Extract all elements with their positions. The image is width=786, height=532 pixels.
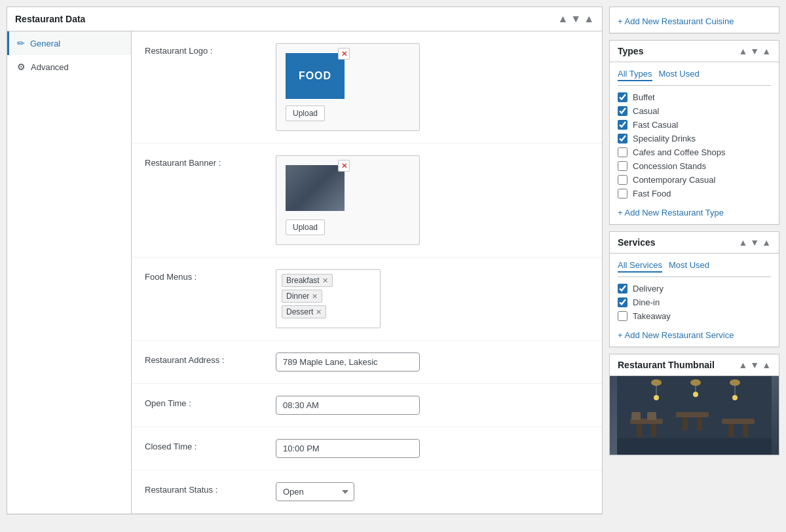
types-down-btn[interactable]: ▼: [750, 46, 759, 56]
gear-icon: ⚙: [17, 62, 26, 72]
svg-rect-13: [676, 412, 709, 417]
types-widget-body: All Types Most Used Buffet Casual: [610, 62, 779, 224]
thumbnail-down-btn[interactable]: ▼: [750, 360, 759, 370]
wrench-icon: ✏: [17, 38, 25, 48]
logo-upload-btn[interactable]: Upload: [286, 105, 325, 121]
banner-image-box: ✕ Upload: [276, 155, 420, 245]
tag-dessert-label: Dessert: [286, 307, 313, 316]
type-concession-checkbox[interactable]: [618, 161, 627, 171]
thumbnail-svg: [617, 376, 772, 455]
food-menus-tag-box[interactable]: Breakfast ✕ Dinner ✕ Dessert ✕: [276, 269, 381, 328]
sidebar-general-label: General: [30, 39, 60, 48]
closed-time-input[interactable]: [276, 439, 420, 458]
type-fast-food-label: Fast Food: [633, 189, 671, 199]
type-fast-casual[interactable]: Fast Casual: [618, 120, 771, 130]
service-delivery-checkbox[interactable]: [618, 284, 627, 294]
food-menus-field: Breakfast ✕ Dinner ✕ Dessert ✕: [276, 269, 589, 328]
tag-dinner-remove[interactable]: ✕: [312, 292, 318, 301]
types-toggle-btn[interactable]: ▲: [762, 46, 771, 56]
type-concession-label: Concession Stands: [633, 161, 706, 171]
service-takeaway-checkbox[interactable]: [618, 311, 627, 321]
address-field: [276, 352, 589, 371]
tag-dinner-label: Dinner: [286, 292, 309, 301]
logo-remove-btn[interactable]: ✕: [338, 48, 350, 60]
services-tab-most-used[interactable]: Most Used: [669, 260, 709, 273]
banner-remove-btn[interactable]: ✕: [338, 160, 350, 172]
type-casual[interactable]: Casual: [618, 106, 771, 116]
type-contemporary-label: Contemporary Casual: [633, 175, 715, 185]
types-tab-all[interactable]: All Types: [618, 69, 652, 81]
sidebar-item-general[interactable]: ✏ General: [7, 31, 131, 55]
service-dine-in-checkbox[interactable]: [618, 297, 627, 307]
food-menus-label: Food Menus :: [145, 269, 276, 282]
open-time-input[interactable]: [276, 396, 420, 415]
add-service-link[interactable]: + Add New Restaurant Service: [618, 330, 734, 340]
sidebar-item-advanced[interactable]: ⚙ Advanced: [7, 55, 131, 79]
type-casual-checkbox[interactable]: [618, 106, 627, 116]
logo-image-box: FOOD ✕ Upload: [276, 43, 420, 131]
thumbnail-widget-body: [610, 376, 779, 455]
tag-breakfast-remove[interactable]: ✕: [322, 276, 328, 285]
type-cafes[interactable]: Cafes and Coffee Shops: [618, 147, 771, 157]
address-label: Restaurant Address :: [145, 352, 276, 365]
address-input[interactable]: [276, 352, 420, 371]
services-down-btn[interactable]: ▼: [750, 237, 759, 248]
open-time-field: [276, 396, 589, 415]
type-contemporary[interactable]: Contemporary Casual: [618, 175, 771, 185]
type-contemporary-checkbox[interactable]: [618, 175, 627, 185]
type-buffet-label: Buffet: [633, 92, 655, 102]
service-delivery[interactable]: Delivery: [618, 284, 771, 294]
status-select[interactable]: Open Closed Temporarily Closed: [276, 482, 354, 501]
svg-rect-18: [743, 424, 748, 437]
type-buffet-checkbox[interactable]: [618, 92, 627, 102]
logo-row: Restaurant Logo : FOOD ✕ Uplo: [132, 31, 602, 143]
banner-upload-btn[interactable]: Upload: [286, 219, 325, 235]
svg-rect-14: [683, 417, 688, 430]
types-checkboxes: Buffet Casual Fast Casual Specialit: [618, 92, 771, 199]
tag-dessert-remove[interactable]: ✕: [316, 308, 322, 316]
add-cuisine-link[interactable]: + Add New Restaurant Cuisine: [618, 16, 734, 26]
add-type-link[interactable]: + Add New Restaurant Type: [618, 208, 724, 218]
food-label: FOOD: [299, 70, 331, 82]
thumbnail-toggle-btn[interactable]: ▲: [762, 360, 771, 370]
svg-rect-19: [631, 412, 641, 420]
types-widget-title: Types: [618, 46, 643, 56]
types-up-btn[interactable]: ▲: [738, 46, 747, 56]
type-speciality-drinks[interactable]: Speciality Drinks: [618, 134, 771, 143]
svg-point-5: [654, 395, 659, 400]
open-time-row: Open Time :: [132, 384, 602, 427]
right-panel: + Add New Restaurant Cuisine Types ▲ ▼ ▲…: [609, 7, 779, 525]
svg-rect-17: [728, 424, 734, 437]
type-concession[interactable]: Concession Stands: [618, 161, 771, 171]
services-up-btn[interactable]: ▲: [738, 237, 747, 248]
thumbnail-up-btn[interactable]: ▲: [738, 360, 747, 370]
type-speciality-drinks-checkbox[interactable]: [618, 134, 627, 143]
types-widget: Types ▲ ▼ ▲ All Types Most Used Buffet: [609, 40, 779, 225]
service-dine-in[interactable]: Dine-in: [618, 297, 771, 307]
metabox-down-btn[interactable]: ▼: [571, 14, 581, 24]
banner-field: ✕ Upload: [276, 155, 589, 245]
form-area: Restaurant Logo : FOOD ✕ Uplo: [132, 31, 602, 514]
type-fast-casual-checkbox[interactable]: [618, 120, 627, 130]
tag-breakfast-label: Breakfast: [286, 276, 320, 285]
svg-rect-11: [637, 424, 642, 437]
type-cafes-checkbox[interactable]: [618, 147, 627, 157]
types-tab-most-used[interactable]: Most Used: [659, 69, 700, 81]
service-takeaway-label: Takeaway: [633, 311, 671, 321]
services-tab-all[interactable]: All Services: [618, 260, 662, 273]
metabox-up-btn[interactable]: ▲: [557, 14, 568, 24]
address-row: Restaurant Address :: [132, 341, 602, 384]
services-toggle-btn[interactable]: ▲: [762, 237, 771, 248]
type-fast-food[interactable]: Fast Food: [618, 189, 771, 199]
services-widget-header: Services ▲ ▼ ▲: [610, 232, 779, 254]
type-speciality-drinks-label: Speciality Drinks: [633, 134, 696, 143]
svg-point-7: [693, 392, 698, 397]
type-fast-food-checkbox[interactable]: [618, 189, 627, 199]
type-buffet[interactable]: Buffet: [618, 92, 771, 102]
thumbnail-widget: Restaurant Thumbnail ▲ ▼ ▲: [609, 354, 779, 455]
service-takeaway[interactable]: Takeaway: [618, 311, 771, 321]
services-widget: Services ▲ ▼ ▲ All Services Most Used De…: [609, 231, 779, 347]
type-cafes-label: Cafes and Coffee Shops: [633, 147, 725, 157]
food-menus-row: Food Menus : Breakfast ✕ Dinner ✕: [132, 257, 602, 341]
metabox-toggle-btn[interactable]: ▲: [584, 14, 594, 24]
